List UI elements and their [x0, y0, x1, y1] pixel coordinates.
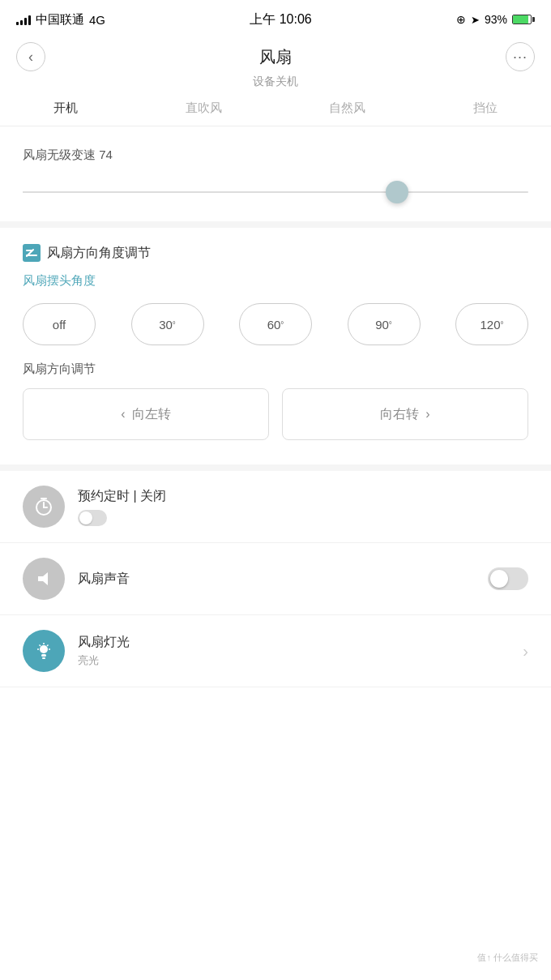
feature-sound: 风扇声音 [0, 543, 551, 615]
light-name: 风扇灯光 [78, 634, 510, 651]
light-info: 风扇灯光 亮光 [78, 634, 510, 668]
slider-fill [23, 191, 397, 193]
location-icon: ⊕ [456, 13, 466, 26]
direction-label: 风扇方向调节 [23, 362, 528, 377]
svg-line-14 [47, 645, 49, 647]
watermark: 值↑ 什么值得买 [477, 952, 538, 964]
status-left: 中国联通 4G [16, 12, 105, 28]
sound-toggle-container [488, 567, 528, 590]
tab-direct-wind[interactable]: 直吹风 [179, 97, 229, 119]
page-title: 风扇 [259, 46, 292, 68]
svg-point-7 [40, 645, 48, 653]
angle-btn-60[interactable]: 60° [239, 303, 312, 345]
speed-slider[interactable] [23, 181, 528, 203]
speed-section: 风扇无级变速 74 [0, 130, 551, 228]
carrier-label: 中国联通 [36, 12, 84, 28]
tab-power[interactable]: 开机 [47, 97, 84, 119]
section-header: 风扇方向角度调节 [23, 244, 528, 262]
battery-percentage: 93% [485, 13, 507, 26]
sound-name: 风扇声音 [78, 571, 475, 588]
sound-info: 风扇声音 [78, 571, 475, 588]
timer-info: 预约定时 | 关闭 [78, 488, 528, 526]
svg-rect-9 [42, 657, 45, 659]
feature-timer: 预约定时 | 关闭 [0, 471, 551, 543]
status-time: 上午 10:06 [250, 11, 311, 28]
light-icon [23, 630, 65, 672]
chevron-right-icon: › [425, 407, 429, 422]
svg-line-13 [40, 645, 41, 647]
turn-right-label: 向右转 [380, 406, 419, 423]
feature-light[interactable]: 风扇灯光 亮光 › [0, 615, 551, 687]
svg-rect-8 [41, 654, 46, 657]
angle-icon [23, 244, 41, 262]
speed-label: 风扇无级变速 74 [23, 148, 528, 163]
timer-name: 预约定时 | 关闭 [78, 488, 528, 505]
direction-icon: ➤ [471, 14, 480, 26]
angle-btn-off[interactable]: off [23, 303, 96, 345]
svg-marker-6 [38, 572, 48, 585]
turn-left-button[interactable]: ‹ 向左转 [23, 388, 269, 440]
angle-btn-30[interactable]: 30° [131, 303, 204, 345]
tab-gear[interactable]: 挡位 [467, 97, 504, 119]
signal-icon [16, 14, 31, 25]
feature-list: 预约定时 | 关闭 风扇声音 [0, 471, 551, 687]
angle-btn-120[interactable]: 120° [455, 303, 528, 345]
timer-toggle-knob [79, 511, 92, 524]
direction-btns: ‹ 向左转 向右转 › [23, 388, 528, 440]
timer-mini-toggle[interactable] [78, 510, 107, 526]
status-right: ⊕ ➤ 93% [456, 13, 535, 26]
back-button[interactable]: ‹ [16, 42, 45, 71]
tab-natural-wind[interactable]: 自然风 [322, 97, 372, 119]
sound-toggle-knob [490, 570, 508, 588]
device-status: 设备关机 [253, 75, 298, 89]
turn-left-label: 向左转 [132, 406, 171, 423]
battery-icon [512, 15, 535, 24]
angle-options: off 30° 60° 90° 120° [23, 303, 528, 345]
more-button[interactable]: ··· [506, 42, 535, 71]
status-bar: 中国联通 4G 上午 10:06 ⊕ ➤ 93% [0, 0, 551, 36]
angle-section: 风扇方向角度调节 风扇摆头角度 off 30° 60° 90° 120° 风扇方… [0, 228, 551, 471]
sound-toggle[interactable] [488, 567, 528, 590]
chevron-left-icon: ‹ [121, 407, 125, 422]
content: 风扇无级变速 74 风扇方向角度调节 风扇摆头角度 off 30° 60° 90… [0, 130, 551, 687]
light-sub: 亮光 [78, 653, 510, 668]
slider-thumb[interactable] [386, 181, 408, 203]
angle-section-title: 风扇方向角度调节 [47, 245, 151, 262]
sound-icon [23, 558, 65, 600]
timer-icon [23, 486, 65, 528]
tabs-row: 开机 直吹风 自然风 挡位 [0, 97, 551, 126]
angle-sub-title: 风扇摆头角度 [23, 273, 528, 289]
turn-right-button[interactable]: 向右转 › [282, 388, 528, 440]
network-type: 4G [89, 13, 105, 27]
light-chevron: › [523, 642, 528, 661]
angle-btn-90[interactable]: 90° [348, 303, 421, 345]
header: ‹ 风扇 ··· 设备关机 [0, 36, 551, 97]
